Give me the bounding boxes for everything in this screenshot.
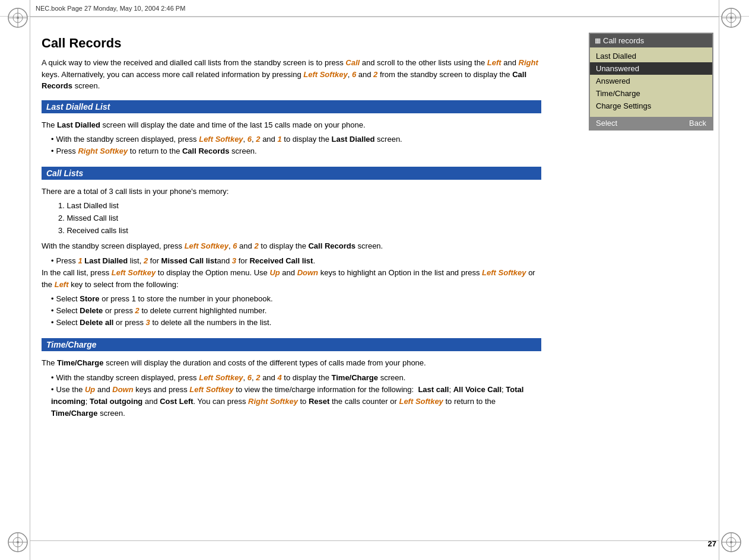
down-key-cl: Down: [297, 268, 318, 277]
all-voice-tc: All Voice Call: [453, 385, 502, 394]
last-dialled-cl: Last Dialled: [84, 256, 128, 265]
time-charge-screen2: Time/Charge: [51, 409, 98, 418]
call-lists-numbered: 1. Last Dialled list 2. Missed Call list…: [58, 200, 541, 237]
top-bar-text: NEC.book Page 27 Monday, May 10, 2004 2:…: [36, 5, 185, 12]
time-charge-bullets: With the standby screen displayed, press…: [51, 372, 541, 420]
phone-screen-title-text: Call records: [603, 36, 644, 45]
call-key: Call: [345, 58, 360, 67]
left-softkey-cl: Left Softkey: [185, 241, 228, 250]
time-charge-name: Time/Charge: [57, 358, 104, 367]
menu-item-unanswered[interactable]: Unanswered: [590, 62, 712, 75]
page-number: 27: [708, 539, 716, 548]
left-softkey-intro: Left Softkey: [303, 70, 347, 79]
num3-cl: 3: [232, 256, 236, 265]
store-label: Store: [80, 294, 99, 303]
left-softkey-opt: Left Softkey: [112, 268, 155, 277]
corner-decoration-tr: [719, 6, 743, 30]
call-lists-delete: Select Delete or press 2 to delete curre…: [51, 305, 541, 317]
menu-item-last-dialled[interactable]: Last Dialled: [590, 50, 712, 62]
num4-tc: 4: [277, 373, 281, 382]
left-softkey-tc: Left Softkey: [199, 373, 243, 382]
left-key: Left: [487, 58, 502, 67]
left-softkey-tc3: Left Softkey: [399, 397, 443, 406]
num6-intro: 6: [352, 70, 356, 79]
call-list-item-3: 3. Received calls list: [58, 225, 541, 237]
last-dialled-bullet-1: With the standby screen displayed, press…: [51, 133, 541, 145]
phone-screen: ▦ Call records Last Dialled Unanswered A…: [589, 33, 713, 131]
call-lists-bullets: Press 1 Last Dialled list, 2 for Missed …: [51, 255, 541, 267]
menu-item-time-charge[interactable]: Time/Charge: [590, 87, 712, 100]
call-list-item-1: 1. Last Dialled list: [58, 200, 541, 212]
received-call-cl: Received Call list: [249, 256, 313, 265]
call-records-ld: Call Records: [182, 147, 229, 155]
phone-screen-title: ▦ Call records: [590, 34, 712, 47]
right-edge-line: [719, 0, 719, 560]
last-call-tc: Last call: [418, 385, 449, 394]
corner-decoration-tl: [6, 6, 30, 30]
phone-bottom-bar: Select Back: [590, 117, 712, 129]
menu-item-charge-settings[interactable]: Charge Settings: [590, 100, 712, 112]
total-outgoing-tc: Total outgoing: [90, 397, 142, 406]
section-body-last-dialled: The Last Dialled screen will display the…: [42, 119, 541, 157]
left-softkey-ld1: Left Softkey: [199, 135, 243, 144]
call-records-name-intro: Call Records: [42, 70, 526, 91]
num1-cl: 1: [78, 256, 82, 265]
cost-left-tc: Cost Left: [160, 397, 193, 406]
call-lists-options: In the call list, press Left Softkey to …: [42, 267, 541, 291]
page-heading: Call Records: [42, 36, 541, 51]
last-dialled-intro: The Last Dialled screen will display the…: [42, 119, 541, 131]
num6-cl: 6: [233, 241, 237, 250]
num6-tc: 6: [247, 373, 252, 382]
num2-delete: 2: [135, 306, 139, 315]
num2-cl-b: 2: [144, 256, 148, 265]
left-edge-line: [30, 0, 30, 560]
num3-delete: 3: [146, 318, 150, 327]
num6-ld: 6: [247, 135, 252, 144]
up-key-cl: Up: [269, 268, 280, 277]
last-dialled-screen-name: Last Dialled: [332, 135, 375, 144]
last-dialled-bullet-2: Press Right Softkey to return to the Cal…: [51, 145, 541, 157]
missed-call-cl: Missed Call list: [161, 256, 217, 265]
svg-point-4: [17, 17, 19, 19]
call-records-cl: Call Records: [308, 241, 355, 250]
num2-ld: 2: [256, 135, 260, 144]
time-charge-intro: The Time/Charge screen will display the …: [42, 357, 541, 369]
call-lists-options-bullets: Select Store or press 1 to store the num…: [51, 293, 541, 329]
menu-item-answered[interactable]: Answered: [590, 75, 712, 87]
time-charge-screen: Time/Charge: [332, 373, 379, 382]
call-lists-bullet-1: Press 1 Last Dialled list, 2 for Missed …: [51, 255, 541, 267]
num2-intro: 2: [373, 70, 377, 79]
corner-decoration-br: [719, 530, 743, 554]
section-header-last-dialled: Last Dialled List: [42, 100, 541, 113]
svg-point-9: [730, 17, 732, 19]
section-body-time-charge: The Time/Charge screen will display the …: [42, 357, 541, 419]
main-content: Call Records A quick way to view the rec…: [36, 24, 547, 536]
right-key: Right: [519, 58, 538, 67]
num1-ld: 1: [277, 135, 281, 144]
right-softkey-tc: Right Softkey: [248, 397, 298, 406]
up-key-tc: Up: [85, 385, 95, 394]
delete-all-label: Delete all: [80, 318, 113, 327]
bottom-rule: [30, 540, 719, 541]
top-rule: [30, 17, 719, 17]
phone-select-label[interactable]: Select: [596, 119, 617, 128]
section-header-time-charge: Time/Charge: [42, 338, 541, 351]
phone-menu-list: Last Dialled Unanswered Answered Time/Ch…: [590, 47, 712, 114]
left-key-cl: Left: [55, 280, 69, 289]
phone-back-label[interactable]: Back: [689, 119, 706, 128]
svg-point-19: [730, 541, 732, 543]
last-dialled-bullets: With the standby screen displayed, press…: [51, 133, 541, 157]
reset-tc: Reset: [309, 397, 329, 406]
left-softkey-tc2: Left Softkey: [189, 385, 233, 394]
left-softkey-opt2: Left Softkey: [482, 268, 526, 277]
top-bar: NEC.book Page 27 Monday, May 10, 2004 2:…: [0, 0, 749, 17]
time-charge-bullet-2: Use the Up and Down keys and press Left …: [51, 384, 541, 419]
time-charge-bullet-1: With the standby screen displayed, press…: [51, 372, 541, 384]
call-list-item-2: 2. Missed Call list: [58, 212, 541, 224]
call-lists-store: Select Store or press 1 to store the num…: [51, 293, 541, 305]
phone-icon: ▦: [595, 37, 601, 44]
intro-paragraph: A quick way to view the received and dia…: [42, 57, 541, 92]
right-softkey-ld: Right Softkey: [78, 147, 128, 155]
section-body-call-lists: There are a total of 3 call lists in you…: [42, 186, 541, 329]
call-lists-intro: There are a total of 3 call lists in you…: [42, 186, 541, 198]
